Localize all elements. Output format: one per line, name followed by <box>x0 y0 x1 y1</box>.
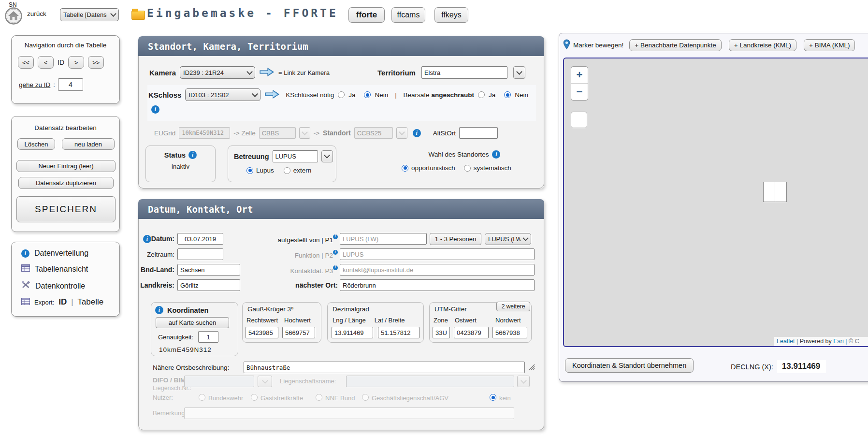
camera-link-arrow-icon[interactable] <box>259 67 275 78</box>
wahl-opportunistisch-radio[interactable] <box>402 165 408 172</box>
nav-next-button[interactable]: > <box>68 56 84 69</box>
goto-id-input[interactable]: 4 <box>58 78 83 91</box>
ort-label: nächster Ort: <box>250 281 338 289</box>
table-select[interactable]: Tabelle [Datens <box>60 8 119 21</box>
edit-panel: Datensatz bearbeiten Löschen neu laden N… <box>11 116 120 232</box>
home-icon[interactable] <box>5 7 22 26</box>
landkreis-input[interactable]: Görlitz <box>177 279 240 291</box>
ostwert-input[interactable]: 0423879 <box>454 327 489 338</box>
breite-input[interactable]: 51.157812 <box>378 327 420 338</box>
datum-row: Datum: 03.07.2019 aufgestellt von | P1 L… <box>139 233 540 245</box>
zone-label: Zone <box>434 317 455 324</box>
p3-input[interactable]: kontakt@lupus-institut.de <box>340 264 535 276</box>
kschloss-info-icon[interactable] <box>151 105 159 114</box>
kamera-select[interactable]: ID239 : 21R24 <box>180 66 255 79</box>
wahl-info-icon[interactable] <box>492 150 500 159</box>
chevron-down-icon <box>521 378 527 384</box>
duplicate-button[interactable]: Datensatz duplizieren <box>18 177 114 189</box>
export-id-link[interactable]: ID <box>58 297 67 307</box>
difo-input <box>184 376 254 387</box>
benachbarte-datenpunkte-button[interactable]: + Benachbarte Datenpunkte <box>629 39 722 51</box>
betreuung-lupus-radio[interactable] <box>246 167 253 174</box>
ortsbeschreibung-input[interactable]: Bühnaustraße <box>244 362 525 373</box>
map-marker-icon <box>563 39 570 51</box>
wahl-label: Wahl des Standortes <box>429 151 489 158</box>
betreuung-input[interactable]: LUPUS <box>273 150 318 162</box>
koordinaten-info-icon[interactable] <box>155 306 163 314</box>
nutzer-kein-radio[interactable] <box>490 394 496 401</box>
laenge-input[interactable]: 13.911469 <box>332 327 373 338</box>
datenkontrolle-link[interactable]: Datenkontrolle <box>21 281 85 291</box>
nutzer-gaststreitkraefte-radio <box>251 394 258 401</box>
back-link[interactable]: zurück <box>27 10 46 17</box>
kschluessel-nein-radio[interactable] <box>364 91 371 98</box>
datum-input[interactable]: 03.07.2019 <box>177 233 223 245</box>
save-button[interactable]: SPEICHERN <box>16 196 116 222</box>
karte-suchen-button[interactable]: auf Karte suchen <box>156 317 229 328</box>
rechtswert-input[interactable]: 5423985 <box>246 327 278 338</box>
p1-input[interactable]: LUPUS (LW) <box>340 233 427 245</box>
weitere-button[interactable]: 2 weitere <box>496 302 530 311</box>
gausskrueger-title: Gauß-Krüger 3º <box>247 305 321 313</box>
tabellenansicht-link[interactable]: Tabellenansicht <box>21 264 88 274</box>
bearsafe-ja-radio[interactable] <box>478 91 485 98</box>
kschluessel-nein-label: Nein <box>375 91 388 99</box>
genauigkeit-input[interactable]: 1 <box>198 331 218 343</box>
leaflet-link[interactable]: Leaflet <box>777 338 795 345</box>
standort-input: CCBS25 <box>354 127 393 139</box>
betreuung-dropdown-button[interactable] <box>321 150 333 162</box>
territorium-dropdown-button[interactable] <box>513 66 525 79</box>
zoom-in-button[interactable]: + <box>571 67 588 83</box>
koordinaten-box: Koordinaten auf Karte suchen Genauigkeit… <box>151 302 238 356</box>
reload-button[interactable]: neu laden <box>62 138 115 150</box>
zone-input[interactable]: 33U <box>433 327 450 338</box>
zeitraum-input[interactable] <box>177 248 223 260</box>
kschloss-link-arrow-icon[interactable] <box>264 89 280 101</box>
p1-select[interactable]: LUPUS (LW <box>485 233 531 245</box>
bndland-input[interactable]: Sachsen <box>177 264 240 276</box>
nav-last-button[interactable]: >> <box>88 56 104 69</box>
personen-button[interactable]: 1 - 3 Personen <box>430 233 481 245</box>
ort-input[interactable]: Röderbrunn <box>340 279 535 291</box>
export-table-link[interactable]: Tabelle <box>77 297 103 307</box>
new-entry-button[interactable]: Neuer Eintrag (leer) <box>16 160 116 172</box>
attribution-separator: | <box>796 338 798 345</box>
nordwert-input[interactable]: 5667938 <box>492 327 527 338</box>
territorium-input[interactable]: Elstra <box>421 66 507 79</box>
altstort-input[interactable] <box>459 127 498 139</box>
kschloss-select-value: ID103 : 21S02 <box>188 91 229 99</box>
kschluessel-ja-radio[interactable] <box>338 91 345 98</box>
p2-input[interactable]: LUPUS <box>340 248 535 260</box>
landkreise-kml-button[interactable]: + Landkreise (KML) <box>729 39 796 51</box>
map-canvas[interactable]: + − Leaflet | Powered by Esri | © C <box>563 58 868 347</box>
app-tab-ffkeys[interactable]: ffkeys <box>434 7 468 23</box>
betreuung-extern-radio[interactable] <box>284 167 290 174</box>
resize-grip-icon[interactable] <box>528 363 535 372</box>
export-label: Export: <box>34 299 54 306</box>
info-icon <box>333 250 338 255</box>
map-layers-button[interactable] <box>571 112 587 128</box>
difo-block: DIFO / BIMA Liegensch.Nr.: Liegenschafts… <box>139 375 540 428</box>
zoom-out-button[interactable]: − <box>571 83 588 100</box>
rechtswert-label: Rechtswert <box>246 317 278 324</box>
app-tab-fforte[interactable]: fforte <box>348 7 385 23</box>
bearsafe-nein-radio[interactable] <box>504 91 511 98</box>
section-standort: Standort, Kamera, Territorium Kamera ID2… <box>138 36 544 189</box>
nav-first-button[interactable]: << <box>18 56 34 69</box>
kschloss-select[interactable]: ID103 : 21S02 <box>185 88 260 101</box>
bima-kml-button[interactable]: + BIMA (KML) <box>804 39 855 51</box>
nav-id-label: ID <box>58 58 64 66</box>
status-info-icon[interactable] <box>188 151 197 159</box>
koordinaten-uebernehmen-button[interactable]: Koordinaten & Standort übernehmen <box>565 358 694 373</box>
hochwert-input[interactable]: 5669757 <box>282 327 315 338</box>
datenverteilung-link[interactable]: Datenverteilung <box>21 249 88 258</box>
wahl-systematisch-radio[interactable] <box>464 165 471 172</box>
esri-link[interactable]: Esri <box>833 338 844 345</box>
delete-button[interactable]: Löschen <box>17 138 55 150</box>
altstort-label: AltStOrt <box>433 130 456 137</box>
app-tab-ffcams[interactable]: ffcams <box>391 7 425 23</box>
nav-prev-button[interactable]: < <box>38 56 54 69</box>
goto-id-link[interactable]: gehe zu ID <box>19 81 50 88</box>
standort-info-icon[interactable] <box>413 129 421 137</box>
kamera-label: Kamera <box>149 69 176 77</box>
